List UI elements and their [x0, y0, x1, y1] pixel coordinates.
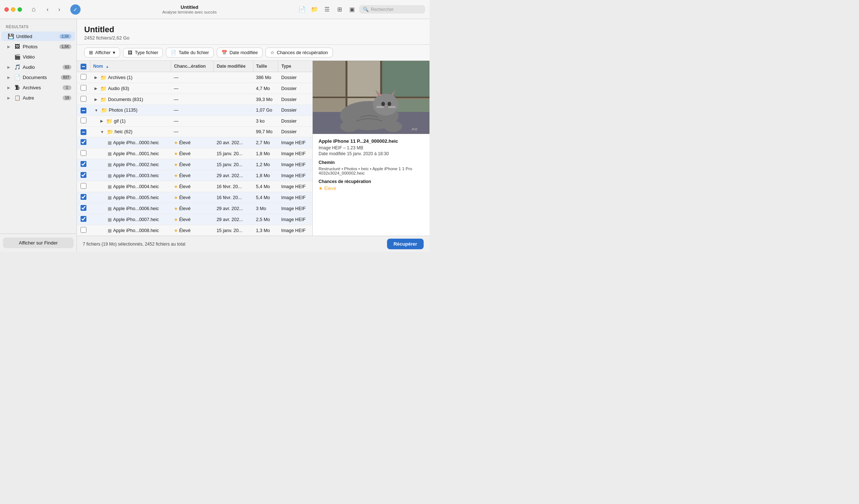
row-checkbox[interactable]: [81, 172, 86, 178]
expand-button[interactable]: ▼: [93, 108, 100, 113]
svg-point-23: [384, 121, 402, 132]
file-chances: ★ Élevé: [171, 203, 214, 214]
forward-button[interactable]: ›: [54, 4, 64, 15]
file-size: 1,8 Mo: [253, 148, 278, 159]
minimize-button[interactable]: [11, 7, 15, 12]
file-chances: —: [171, 72, 214, 83]
sidebar-item-autre[interactable]: ▶ 📋 Autre 19: [1, 93, 75, 102]
sidebar-item-documents[interactable]: ▶ 📄 Documents 837: [1, 72, 75, 82]
sidebar-item-archives[interactable]: ▶ 🗜 Archives 1: [1, 83, 75, 92]
expand-button[interactable]: ▶: [93, 97, 99, 102]
row-checkbox[interactable]: [81, 183, 86, 189]
th-taille[interactable]: Taille: [253, 61, 278, 72]
file-date: 29 avr. 202...: [213, 203, 253, 214]
calendar-icon: 📅: [222, 50, 227, 55]
table-row[interactable]: ▼ 📁 Photos (1135) — 1,07 Go Dossier: [77, 105, 312, 116]
file-date: 29 avr. 202...: [213, 170, 253, 181]
row-checkbox[interactable]: [81, 139, 86, 145]
th-chances[interactable]: Chanc...ération: [171, 61, 214, 72]
th-check[interactable]: [77, 61, 90, 72]
file-name: Archives (1): [108, 75, 133, 80]
th-nom[interactable]: Nom ▲: [90, 61, 171, 72]
sidebar-item-audio[interactable]: ▶ 🎵 Audio 63: [1, 62, 75, 72]
search-input[interactable]: [371, 7, 419, 12]
home-button[interactable]: ⌂: [28, 4, 40, 15]
table-row[interactable]: ▦Apple iPho...0001.heic ★ Élevé 15 janv.…: [77, 148, 312, 159]
chevron-right-icon: ▶: [7, 75, 12, 79]
row-checkbox[interactable]: [81, 216, 86, 222]
sidebar-item-video[interactable]: 🎬 Vidéo: [1, 52, 75, 61]
table-row[interactable]: ▦Apple iPho...0008.heic ★ Élevé 15 janv.…: [77, 225, 312, 236]
table-row[interactable]: ▦Apple iPho...0002.heic ★ Élevé 15 janv.…: [77, 159, 312, 170]
row-checkbox[interactable]: [81, 205, 86, 211]
table-row[interactable]: ▦Apple iPho...0000.heic ★ Élevé 20 avr. …: [77, 137, 312, 148]
titlebar: ⌂ ‹ › ✓ Untitled Analyse terminée avec s…: [0, 0, 430, 19]
status-check-icon: ✓: [70, 4, 81, 15]
svg-point-22: [340, 121, 358, 132]
sidebar-item-photos[interactable]: ▶ 🖼 Photos 1,5K: [1, 42, 75, 51]
archives-icon: 🗜: [14, 85, 21, 90]
file-chances: —: [171, 127, 214, 137]
table-header-row: Nom ▲ Chanc...ération Date modifiée Tail…: [77, 61, 312, 72]
th-date[interactable]: Date modifiée: [213, 61, 253, 72]
preview-panel: Jrst Apple iPhone 11 P...24_000002.heic …: [312, 61, 430, 236]
sidebar-item-label: Autre: [23, 95, 60, 101]
grid-view-button[interactable]: ⊞: [334, 4, 345, 15]
svg-rect-3: [382, 61, 430, 97]
date-filter-button[interactable]: 📅 Date modifiée: [217, 48, 263, 57]
th-type[interactable]: Type: [278, 61, 312, 72]
table-row[interactable]: ▦Apple iPho...0005.heic ★ Élevé 16 févr.…: [77, 192, 312, 203]
file-size: 1,3 Mo: [253, 225, 278, 236]
heif-icon: ▦: [108, 195, 112, 200]
row-checkbox[interactable]: [81, 161, 86, 167]
folder-icon: 📁: [107, 129, 113, 135]
expand-button[interactable]: ▼: [99, 129, 105, 135]
back-button[interactable]: ‹: [42, 4, 53, 15]
table-row[interactable]: ▦Apple iPho...0006.heic ★ Élevé 29 avr. …: [77, 203, 312, 214]
table-area[interactable]: Nom ▲ Chanc...ération Date modifiée Tail…: [77, 61, 312, 236]
table-row[interactable]: ▶ 📁 gif (1) — 3 ko Dossier: [77, 116, 312, 127]
video-icon: 🎬: [14, 54, 21, 60]
row-checkbox[interactable]: [81, 150, 86, 156]
expand-button[interactable]: ▶: [93, 75, 99, 80]
finder-button[interactable]: Afficher sur Finder: [3, 238, 74, 248]
taille-filter-button[interactable]: 📄 Taille du fichier: [166, 48, 214, 57]
sidebar-item-badge: 837: [61, 75, 71, 80]
expand-button[interactable]: ▶: [93, 86, 99, 91]
table-row[interactable]: ▶ 📁 Archives (1) — 386 Mo Dossier: [77, 72, 312, 83]
row-checkbox[interactable]: [81, 85, 86, 91]
sidebar-toggle-button[interactable]: ▣: [347, 4, 357, 15]
row-checkbox[interactable]: [81, 194, 86, 200]
date-label: Date modifiée: [319, 151, 346, 156]
list-view-button[interactable]: ☰: [322, 4, 332, 15]
row-minus-icon[interactable]: [81, 129, 86, 135]
file-type: Image HEIF: [278, 214, 312, 225]
folder-button[interactable]: 📁: [309, 4, 320, 15]
table-row[interactable]: ▦Apple iPho...0003.heic ★ Élevé 29 avr. …: [77, 170, 312, 181]
row-minus-icon[interactable]: [81, 108, 86, 113]
chances-filter-button[interactable]: ☆ Chances de récupération: [265, 48, 333, 57]
maximize-button[interactable]: [18, 7, 22, 12]
table-row[interactable]: ▼ 📁 heic (62) — 99,7 Mo Dossier: [77, 127, 312, 137]
recover-button[interactable]: Récupérer: [387, 239, 424, 249]
row-checkbox[interactable]: [81, 227, 86, 233]
afficher-filter-button[interactable]: ⊞ Afficher ▾: [84, 48, 120, 57]
row-checkbox[interactable]: [81, 117, 86, 123]
file-date: 15 janv. 20...: [213, 148, 253, 159]
file-type: Image HEIF: [278, 159, 312, 170]
table-row[interactable]: ▦Apple iPho...0004.heic ★ Élevé 16 févr.…: [77, 181, 312, 192]
table-row[interactable]: ▶ 📁 Documents (831) — 39,3 Mo Dossier: [77, 94, 312, 105]
table-row[interactable]: ▦Apple iPho...0007.heic ★ Élevé 29 avr. …: [77, 214, 312, 225]
file-size: 3 ko: [253, 116, 278, 127]
expand-button[interactable]: ▶: [99, 118, 105, 124]
table-row[interactable]: ▶ 📁 Audio (63) — 4,7 Mo Dossier: [77, 83, 312, 94]
new-doc-button[interactable]: 📄: [297, 4, 307, 15]
select-all-minus[interactable]: [81, 64, 86, 70]
sidebar-item-badge: 19: [63, 96, 71, 100]
heif-icon: ▦: [108, 140, 112, 145]
close-button[interactable]: [4, 7, 9, 12]
sidebar-item-untitled[interactable]: 💾 Untitled 2,5K: [1, 31, 75, 41]
row-checkbox[interactable]: [81, 96, 86, 102]
row-checkbox[interactable]: [81, 74, 86, 80]
type-fichier-filter-button[interactable]: 🖼 Type fichier: [123, 48, 163, 57]
